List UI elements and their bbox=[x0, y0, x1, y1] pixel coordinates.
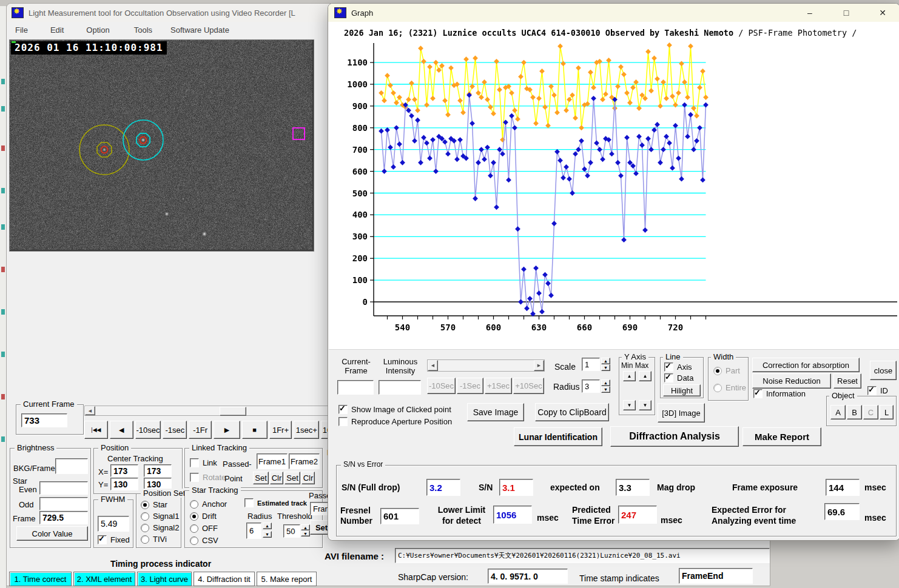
line-axis-checkbox[interactable] bbox=[664, 362, 673, 372]
point-set2-button[interactable]: Set bbox=[285, 472, 300, 484]
odd-field[interactable] bbox=[39, 497, 88, 510]
player-play-button[interactable]: ▶ bbox=[214, 421, 240, 439]
graph-scrollbar-right[interactable]: ▶ bbox=[534, 360, 544, 371]
fresnel-field[interactable]: 601 bbox=[380, 508, 419, 524]
player-stop-button[interactable]: ■ bbox=[242, 421, 268, 439]
player-play-backward-button[interactable]: ◀ bbox=[110, 421, 133, 439]
sn-field[interactable]: 3.1 bbox=[499, 479, 533, 496]
graph-radius-field[interactable]: 3 bbox=[582, 379, 600, 393]
graph-current-frame-field[interactable] bbox=[337, 380, 374, 395]
object-a-button[interactable]: A bbox=[830, 405, 846, 419]
passed-frame1-field[interactable]: Frame1 bbox=[257, 453, 288, 469]
lunar-identification-button[interactable]: Lunar Identification bbox=[514, 427, 602, 446]
player-plus1sec-button[interactable]: 1sec+ bbox=[294, 421, 319, 439]
radius-up-button[interactable]: ▲ bbox=[263, 523, 272, 529]
frame-brightness-field[interactable]: 729.5 bbox=[39, 511, 88, 524]
point-clr2-button[interactable]: Clr bbox=[301, 472, 315, 484]
minimize-button[interactable]: – bbox=[801, 6, 818, 19]
diffraction-analysis-button[interactable]: Diffraction Analysis bbox=[610, 426, 739, 447]
menu-edit[interactable]: Edit bbox=[50, 25, 64, 35]
sn-fulldrop-field[interactable]: 3.2 bbox=[426, 479, 460, 496]
plus10sec-button[interactable]: +10Sec bbox=[513, 378, 544, 394]
maximize-button[interactable]: □ bbox=[838, 6, 855, 19]
expected-error-field[interactable]: 69.6 bbox=[824, 503, 860, 520]
make-report-button[interactable]: Make Report bbox=[742, 427, 821, 446]
posset-signal2-radio[interactable] bbox=[141, 524, 149, 532]
point-set1-button[interactable]: Set bbox=[253, 472, 269, 484]
reset-button[interactable]: Reset bbox=[833, 373, 861, 389]
x-tracking-field[interactable]: 173 bbox=[144, 464, 172, 477]
bkg-frame-field[interactable] bbox=[55, 458, 88, 474]
hilight-button[interactable]: Hilight bbox=[663, 384, 701, 396]
track-radius-field[interactable]: 6 bbox=[246, 523, 261, 539]
radius-down-button[interactable]: ▼ bbox=[263, 531, 272, 538]
menu-tools[interactable]: Tools bbox=[134, 25, 152, 35]
graph-radius-up-button[interactable]: ▲ bbox=[601, 379, 610, 386]
lower-limit-field[interactable]: 1056 bbox=[493, 506, 532, 524]
light-curve-chart[interactable]: 5405706006306606907200100200300400500600… bbox=[333, 38, 897, 341]
scale-up-button[interactable]: ▲ bbox=[601, 358, 610, 364]
estimated-track-checkbox[interactable] bbox=[244, 498, 254, 507]
fwhm-fixed-checkbox[interactable] bbox=[98, 535, 107, 544]
graph-radius-down-button[interactable]: ▼ bbox=[601, 386, 610, 393]
threshold-down-button[interactable]: ▼ bbox=[301, 530, 310, 536]
track-drift-radio[interactable] bbox=[190, 512, 198, 521]
ymax-up-button[interactable]: ▲ bbox=[639, 371, 652, 381]
frame-exposure-field[interactable]: 144 bbox=[826, 479, 860, 496]
color-value-button[interactable]: Color Value bbox=[16, 526, 88, 541]
track-csv-radio[interactable] bbox=[190, 536, 198, 545]
line-data-checkbox[interactable] bbox=[664, 373, 673, 383]
ymin-down-button[interactable]: ▼ bbox=[623, 400, 636, 410]
graph-scrollbar-left[interactable]: ◀ bbox=[428, 360, 438, 371]
fwhm-field[interactable]: 5.49 bbox=[98, 516, 129, 532]
even-field[interactable] bbox=[39, 481, 88, 495]
track-off-radio[interactable] bbox=[190, 524, 198, 533]
copy-clipboard-button[interactable]: Copy to ClipBoard bbox=[535, 403, 609, 421]
graph-scrollbar[interactable]: ◀ ▶ bbox=[427, 359, 545, 372]
timestamp-indicates-field[interactable]: FrameEnd bbox=[679, 568, 753, 584]
menu-file[interactable]: File bbox=[15, 25, 28, 35]
close-window-button[interactable]: ✕ bbox=[874, 6, 891, 19]
player-minus1sec-button[interactable]: -1sec bbox=[163, 421, 187, 439]
correction-absorption-button[interactable]: Correction for absorption bbox=[752, 358, 860, 372]
video-frame[interactable]: 2026 01 16 11:10:00:981 bbox=[9, 39, 314, 252]
point-clr1-button[interactable]: Clr bbox=[270, 472, 283, 484]
information-checkbox[interactable] bbox=[753, 389, 763, 398]
scrollbar-left-arrow[interactable]: ◀ bbox=[85, 406, 95, 415]
menu-option[interactable]: Option bbox=[86, 25, 109, 35]
menu-software-update[interactable]: Software Update bbox=[170, 25, 229, 35]
x-center-field[interactable]: 173 bbox=[110, 464, 138, 477]
id-checkbox[interactable] bbox=[867, 386, 877, 395]
show-image-checkbox[interactable] bbox=[338, 405, 348, 414]
luminous-intensity-field[interactable] bbox=[379, 380, 421, 395]
ymin-up-button[interactable]: ▲ bbox=[623, 371, 636, 381]
current-frame-field[interactable]: 733 bbox=[21, 413, 67, 427]
track-threshold-field[interactable]: 50 bbox=[283, 524, 300, 538]
player-minus10sec-button[interactable]: -10sec bbox=[135, 421, 161, 439]
save-image-button[interactable]: Save Image bbox=[467, 403, 524, 421]
close-graph-button[interactable]: close bbox=[870, 361, 897, 380]
track-anchor-radio[interactable] bbox=[190, 500, 198, 509]
scale-field[interactable]: 1 bbox=[582, 358, 600, 371]
posset-star-radio[interactable] bbox=[141, 501, 149, 509]
posset-signal1-radio[interactable] bbox=[141, 512, 149, 521]
3d-image-button[interactable]: [3D] Image bbox=[658, 403, 705, 423]
player-minus1frame-button[interactable]: -1Fr bbox=[189, 421, 212, 439]
graph-titlebar[interactable]: Graph – □ ✕ bbox=[328, 4, 899, 22]
minus10sec-button[interactable]: -10Sec bbox=[427, 378, 456, 394]
sharpcap-version-field[interactable]: 4. 0. 9571. 0 bbox=[488, 569, 568, 584]
expected-field[interactable]: 3.3 bbox=[616, 479, 650, 496]
threshold-up-button[interactable]: ▲ bbox=[301, 524, 310, 530]
passed-frame2-field[interactable]: Frame2 bbox=[289, 453, 320, 469]
scrollbar-thumb[interactable] bbox=[220, 407, 246, 416]
player-rewind-button[interactable]: |◀◀ bbox=[84, 421, 108, 439]
ymax-down-button[interactable]: ▼ bbox=[639, 400, 652, 410]
scale-down-button[interactable]: ▼ bbox=[601, 364, 610, 371]
y-center-field[interactable]: 130 bbox=[110, 478, 138, 490]
object-b-button[interactable]: B bbox=[847, 405, 862, 419]
object-l-button[interactable]: L bbox=[880, 405, 894, 419]
link-checkbox[interactable] bbox=[190, 458, 199, 467]
avi-filename-field[interactable]: C:¥Users¥owner¥Documents¥天文¥202601¥20260… bbox=[395, 548, 770, 563]
reproduce-aperture-checkbox[interactable] bbox=[338, 417, 348, 426]
noise-reduction-button[interactable]: Noise Reduction bbox=[752, 373, 831, 389]
